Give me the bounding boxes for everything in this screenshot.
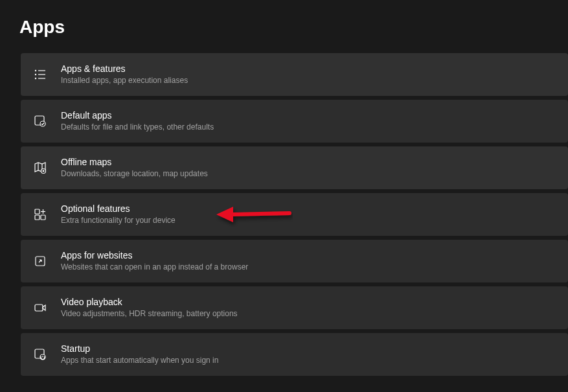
svg-point-2	[35, 74, 36, 75]
page-title: Apps	[0, 0, 568, 53]
item-text: Apps for websites Websites that can open…	[61, 249, 248, 273]
item-title: Default apps	[61, 110, 214, 121]
settings-item-startup[interactable]: Startup Apps that start automatically wh…	[21, 333, 568, 376]
item-text: Default apps Defaults for file and link …	[61, 110, 214, 133]
item-subtitle: Websites that can open in an app instead…	[61, 262, 248, 273]
settings-item-apps-websites[interactable]: Apps for websites Websites that can open…	[21, 240, 568, 282]
item-title: Apps for websites	[61, 249, 248, 261]
video-playback-icon	[32, 300, 48, 316]
apps-websites-icon	[32, 253, 48, 269]
item-subtitle: Defaults for file and link types, other …	[61, 122, 214, 133]
apps-features-icon	[32, 67, 48, 82]
settings-item-default-apps[interactable]: Default apps Defaults for file and link …	[21, 100, 568, 143]
startup-icon	[32, 347, 48, 362]
item-subtitle: Extra functionality for your device	[61, 216, 176, 226]
default-apps-icon	[32, 113, 48, 129]
item-title: Optional features	[61, 203, 176, 214]
item-title: Startup	[61, 343, 218, 354]
item-text: Video playback Video adjustments, HDR st…	[61, 296, 238, 319]
annotation-arrow	[215, 202, 293, 227]
svg-marker-17	[216, 207, 233, 222]
optional-features-icon	[32, 207, 48, 222]
item-subtitle: Installed apps, app execution aliases	[61, 76, 188, 86]
svg-point-0	[35, 70, 36, 71]
item-text: Optional features Extra functionality fo…	[61, 203, 176, 226]
settings-item-video-playback[interactable]: Video playback Video adjustments, HDR st…	[21, 286, 568, 329]
item-text: Apps & features Installed apps, app exec…	[61, 63, 188, 86]
offline-maps-icon	[32, 160, 48, 176]
item-text: Startup Apps that start automatically wh…	[61, 343, 218, 366]
item-title: Offline maps	[61, 156, 208, 168]
svg-rect-11	[35, 209, 40, 214]
item-subtitle: Downloads, storage location, map updates	[61, 169, 208, 179]
svg-rect-19	[35, 305, 43, 311]
settings-item-apps-features[interactable]: Apps & features Installed apps, app exec…	[21, 53, 568, 96]
svg-rect-12	[35, 215, 40, 220]
item-subtitle: Video adjustments, HDR streaming, batter…	[61, 309, 238, 319]
item-text: Offline maps Downloads, storage location…	[61, 156, 208, 179]
item-title: Video playback	[61, 296, 238, 308]
settings-item-optional-features[interactable]: Optional features Extra functionality fo…	[21, 193, 568, 236]
item-title: Apps & features	[61, 63, 188, 75]
settings-item-offline-maps[interactable]: Offline maps Downloads, storage location…	[21, 146, 568, 189]
svg-line-16	[231, 213, 290, 214]
svg-rect-13	[41, 215, 45, 220]
item-subtitle: Apps that start automatically when you s…	[61, 356, 218, 366]
settings-list: Apps & features Installed apps, app exec…	[0, 53, 568, 376]
svg-point-4	[35, 78, 36, 79]
